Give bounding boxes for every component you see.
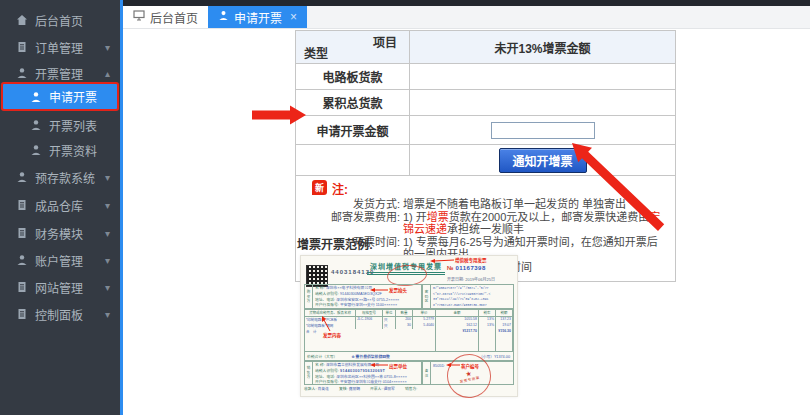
sidebar-item-prepaid[interactable]: 预存款系统 ▾	[0, 165, 120, 189]
document-icon	[16, 227, 28, 239]
sidebar-item-finance[interactable]: 财务模块 ▾	[0, 221, 120, 245]
notify-invoice-button[interactable]: 通知开增票	[499, 148, 587, 173]
payee-label: 收款人:	[304, 387, 316, 391]
buyer-name-label: 名 称:	[315, 286, 325, 290]
password-box: 密码区 0/*95047<07>*/9**/50>+*-*5/>7 <*8>-8…	[422, 284, 514, 309]
user-icon	[30, 144, 42, 156]
buyer-tax-id: 91440300MA5ED3QX2F	[340, 292, 382, 296]
customer-code: 8505D	[433, 364, 444, 368]
document-icon	[16, 308, 28, 320]
table-row: 电路板货款	[296, 64, 676, 90]
sidebar-item-invoice-info[interactable]: 开票资料	[0, 138, 120, 162]
grand-total-label: 价税合计（大写）	[307, 354, 337, 359]
password-line: 33*>6122//29//>1*09*8+02-+591	[433, 297, 490, 303]
apply-amount-input[interactable]	[491, 122, 595, 139]
invoice-number-value: 01167398	[455, 265, 485, 271]
invoice-items-table: 货物或应税劳务、服务名称 规格型号 单位 数量 单价 金额 税率 税额 *印制电…	[304, 309, 514, 352]
note-line-label: 邮寄发票费用:	[312, 211, 400, 236]
row-label-total-payment: 累积总货款	[296, 90, 410, 116]
seller-addr-label: 地址、电话:	[315, 375, 335, 379]
tab-bar: 后台首页 申请开票 ×	[123, 6, 810, 29]
seller-tax-label: 纳税人识别号:	[315, 369, 339, 373]
buyer-name: 深圳市××电子科技有限公司	[326, 286, 372, 290]
seal-text: 发票专用章	[459, 374, 480, 383]
note-shipping: 发货方式: 增票是不随着电路板订单一起发货的 单独寄出	[312, 198, 667, 211]
password-line: 8*7>56>+8>-096</9053<36-3687	[433, 303, 490, 309]
seller-address: 深圳市龙岗区××科技园××栋 0755-8×××××	[336, 375, 407, 379]
user-icon	[30, 91, 42, 103]
sidebar: 后台首页 订单管理 ▾ 开票管理 ▴ 申请开票 开票列表 开票资料 预存款系统 …	[0, 0, 120, 415]
user-icon	[30, 119, 42, 131]
sidebar-item-label: 订单管理	[35, 39, 83, 56]
tab-label: 后台首页	[150, 9, 198, 26]
new-badge: 新	[312, 180, 327, 195]
sidebar-item-label: 开票管理	[35, 65, 83, 82]
close-icon[interactable]: ×	[290, 10, 297, 24]
header-type: 类型	[304, 44, 328, 61]
user-icon	[218, 10, 229, 24]
drawer-name: 谭丽军	[384, 387, 395, 391]
note-line-text: 承担统一发顺丰	[447, 223, 524, 235]
sidebar-item-warehouse[interactable]: 成品仓库 ▾	[0, 193, 120, 217]
tab-apply-invoice[interactable]: 申请开票 ×	[208, 6, 307, 28]
invoice-number-prefix: №	[447, 265, 454, 271]
sidebar-item-accounts[interactable]: 账户管理 ▾	[0, 248, 120, 272]
annotation-invoice-type: 增值税专用发票	[455, 257, 487, 263]
sidebar-item-orders[interactable]: 订单管理 ▾	[0, 35, 120, 59]
sidebar-item-apply-invoice[interactable]: 申请开票	[3, 84, 117, 109]
sidebar-item-invoice-list[interactable]: 开票列表	[0, 113, 120, 137]
pcb-payment-value	[410, 64, 676, 90]
tab-home[interactable]: 后台首页	[123, 6, 208, 28]
sidebar-item-label: 预存款系统	[35, 169, 95, 186]
user-icon	[16, 254, 28, 266]
sidebar-item-home[interactable]: 后台首页	[0, 8, 120, 32]
chevron-down-icon: ▾	[105, 172, 110, 183]
document-icon	[16, 199, 28, 211]
sidebar-item-invoicing[interactable]: 开票管理 ▴	[0, 61, 120, 85]
note-line-text: 货款在2000元及以上，邮寄发票快递费由	[449, 211, 649, 223]
note-line-label: 发货方式:	[312, 198, 400, 211]
user-icon	[16, 171, 28, 183]
payee-name: 肖英连	[318, 387, 329, 391]
note-label: 注:	[332, 183, 348, 197]
sidebar-item-control-panel[interactable]: 控制面板 ▾	[0, 302, 120, 326]
annotation-issuer: 出票单位	[389, 363, 407, 369]
sidebar-item-label: 后台首页	[35, 12, 83, 29]
table-header-row: 项目 类型 未开13%增票金额	[296, 31, 676, 64]
empty-cell	[296, 145, 410, 176]
note-highlight: 增票	[427, 211, 449, 223]
note-line-text: 1) 开	[403, 211, 427, 223]
remark-side-label: 备注	[423, 362, 431, 384]
sidebar-item-label: 申请开票	[49, 88, 97, 105]
buyer-tax-label: 纳税人识别号:	[315, 292, 339, 296]
chevron-down-icon: ▾	[105, 309, 110, 320]
password-side-label: 密码区	[423, 285, 431, 308]
sidebar-item-label: 财务模块	[35, 225, 83, 242]
invoice-number: № 01167398	[447, 265, 486, 271]
sidebar-item-website[interactable]: 网站管理 ▾	[0, 275, 120, 299]
sidebar-item-label: 开票列表	[49, 117, 97, 134]
grand-total-figure: （小写）¥1374.00	[479, 354, 510, 359]
seller-tax-id: 91440300795632069T	[340, 369, 385, 373]
monitor-icon	[133, 10, 145, 24]
note-line-text: 增票是不随着电路板订单一起发货的 单独寄出	[403, 198, 626, 211]
tab-label: 申请开票	[234, 9, 282, 26]
chevron-down-icon: ▾	[105, 228, 110, 239]
chevron-down-icon: ▾	[105, 200, 110, 211]
sample-heading: 增票开票范例:	[297, 235, 373, 252]
home-icon	[16, 14, 28, 26]
chevron-down-icon: ▾	[105, 282, 110, 293]
seller-name: 深圳市嘉立创科技发展有限公司	[326, 363, 379, 367]
sample-invoice-image: 4403184130 深圳增值税专用发票 № 01167398 开票日期: 20…	[300, 255, 518, 397]
table-row: 申请开票金额	[296, 116, 676, 145]
seller-bank: 平安银行深圳车公庙支行 0104×××××××	[340, 380, 407, 384]
review-name: 龚丽娟	[349, 387, 360, 391]
buyer-address: 深圳市宝安区××路××号 0755-2×××××	[336, 298, 399, 302]
user-icon	[16, 67, 28, 79]
document-icon	[16, 281, 28, 293]
header-amount-col: 未开13%增票金额	[410, 31, 676, 64]
chevron-down-icon: ▾	[105, 42, 110, 53]
invoice-date: 开票日期: 2019年06月25日	[447, 276, 495, 282]
note-postage: 邮寄发票费用: 1) 开增票货款在2000元及以上，邮寄发票快递费由宏锦云速递承…	[312, 211, 667, 236]
password-line: 0/*95047<07>*/9**/50>+*-*5/>7	[433, 286, 490, 292]
